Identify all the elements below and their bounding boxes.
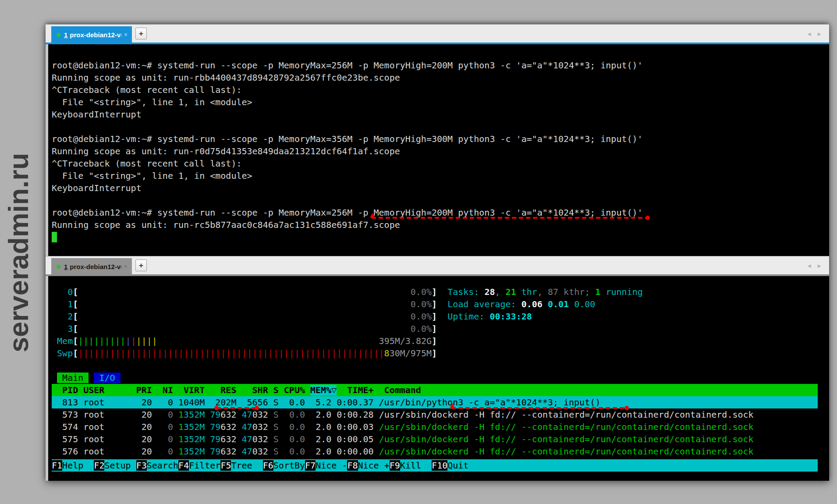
annotation-arrow-up-icon (450, 403, 455, 408)
process-row-575[interactable]: 575 root 20 0 1352M 79632 47032 S 0.0 2.… (52, 433, 818, 445)
shell-output: File "<string>", line 1, in <module> (52, 96, 818, 108)
terminal-line (52, 194, 818, 206)
tab-scroll-nav: ◄ ► (806, 25, 822, 43)
process-row-576[interactable]: 576 root 20 0 1352M 79632 47032 S 0.0 2.… (52, 445, 818, 458)
tab-number: 1 (64, 31, 67, 39)
tab-number: 1 (64, 263, 67, 270)
tab-bar-bottom: 1 prox-debian12-vm × + ◄ ► (46, 256, 829, 274)
shell-output: ^CTraceback (most recent call last): (52, 157, 818, 170)
terminal-line (52, 47, 818, 59)
shell-output: ^CTraceback (most recent call last): (52, 84, 818, 96)
terminal-pane-shell[interactable]: root@debian12-vm:~# systemd-run --scope … (46, 44, 829, 256)
memory-meter: Mem[||||||||||||||| 395M/3.82G] (52, 335, 818, 347)
new-tab-button[interactable]: + (135, 259, 147, 271)
process-row-573[interactable]: 573 root 20 0 1352M 79632 47032 S 0.0 2.… (52, 408, 818, 421)
session-status-dot (57, 33, 60, 37)
annotation-endpoint-dot (255, 406, 259, 410)
tab-bar-top: 1 prox-debian12-vm × + ◄ ► (46, 24, 829, 43)
new-tab-button[interactable]: + (135, 28, 147, 39)
annotation-underline-python-args (451, 407, 627, 409)
function-key-bar[interactable]: F1Help F2Setup F3SearchF4FilterF5Tree F6… (52, 459, 818, 472)
cpu-meter-3: 3[ 0.0%] (52, 323, 818, 335)
watermark: serveradmin.ru (3, 125, 38, 380)
session-status-dot (57, 265, 60, 269)
shell-output: Running scope as unit: run-r0d75d41353e8… (52, 145, 818, 157)
tab-title: prox-debian12-vm (70, 263, 121, 270)
terminal-line (52, 121, 818, 133)
annotation-arrow-up-icon (370, 213, 375, 218)
cpu-meter-2: 2[ 0.0%] Uptime: 00:33:28 (52, 310, 818, 323)
shell-cursor (52, 231, 818, 243)
cpu-meter-1: 1[ 0.0%] Load average: 0.06 0.01 0.00 (52, 298, 818, 310)
process-table-header[interactable]: PID USER PRI NI VIRT RES SHR S CPU% MEM%… (52, 384, 818, 396)
tab-prox-debian12-vm-bottom[interactable]: 1 prox-debian12-vm × (51, 258, 132, 275)
shell-output: KeyboardInterrupt (52, 108, 818, 121)
shell-command-2: root@debian12-vm:~# systemd-run --scope … (52, 133, 818, 145)
tab-scroll-right-icon[interactable]: ► (816, 263, 822, 269)
terminal-window: 1 prox-debian12-vm × + ◄ ► root@debian12… (46, 24, 829, 481)
shell-output: File "<string>", line 1, in <module> (52, 170, 818, 182)
terminal-pane-htop[interactable]: 0[ 0.0%] Tasks: 28, 21 thr, 87 kthr; 1 r… (46, 276, 829, 481)
shell-output: Running scope as unit: run-rbb4400437d89… (52, 71, 818, 84)
cpu-meter-0: 0[ 0.0%] Tasks: 28, 21 thr, 87 kthr; 1 r… (52, 286, 818, 298)
tab-title: prox-debian12-vm (70, 31, 121, 39)
annotation-underline-res-202m (216, 407, 257, 409)
process-row-574[interactable]: 574 root 20 0 1352M 79632 47032 S 0.0 2.… (52, 421, 818, 433)
tab-close-icon[interactable]: × (124, 263, 128, 270)
tab-scroll-left-icon[interactable]: ◄ (806, 31, 812, 37)
annotation-endpoint-dot (645, 216, 650, 220)
tab-scroll-nav: ◄ ► (806, 256, 822, 275)
shell-output: Running scope as unit: run-rc5b877aac0c8… (52, 219, 818, 231)
shell-output: KeyboardInterrupt (52, 182, 818, 194)
annotation-underline-command (372, 217, 648, 219)
annotation-endpoint-dot (624, 406, 629, 410)
shell-command-1: root@debian12-vm:~# systemd-run --scope … (52, 59, 818, 71)
tab-scroll-left-icon[interactable]: ◄ (806, 263, 812, 269)
tab-prox-debian12-vm-top[interactable]: 1 prox-debian12-vm × (51, 26, 132, 43)
process-row-813-selected[interactable]: 813 root 20 0 1040M 202M 5656 S 0.0 5.2 … (52, 396, 818, 408)
swap-meter: Swp[||||||||||||||||||||||||||||||||||||… (52, 347, 818, 359)
htop-screen-tabs[interactable]: Main I/O (52, 372, 818, 384)
terminal-line (52, 359, 818, 372)
tab-scroll-right-icon[interactable]: ► (816, 31, 822, 37)
tab-close-icon[interactable]: × (124, 31, 128, 38)
annotation-endpoint-dot (214, 406, 219, 410)
